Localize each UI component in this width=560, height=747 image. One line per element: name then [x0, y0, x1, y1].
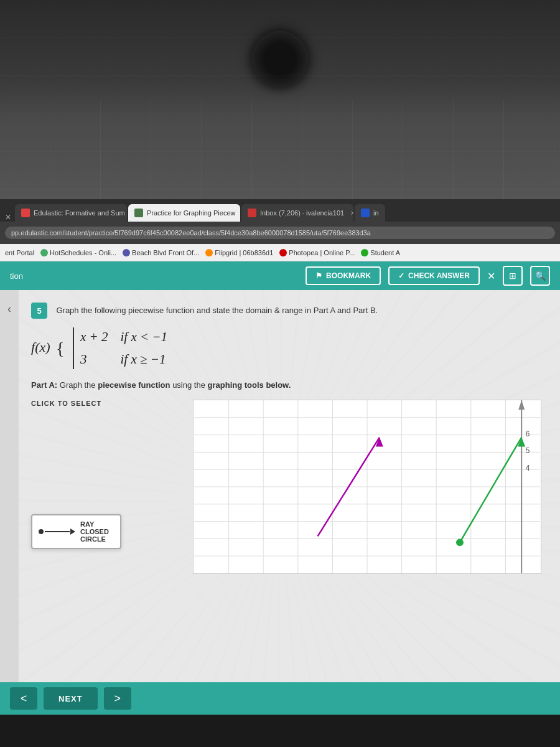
- beach-icon: [123, 249, 130, 256]
- tool-label-line2: CIRCLE: [80, 535, 114, 543]
- bookmark-label: BOOKMARK: [326, 271, 371, 280]
- tab-close-inbox[interactable]: ✕: [350, 210, 353, 217]
- case1-expr: x + 2: [80, 327, 108, 347]
- graph-svg-wrapper[interactable]: 6 5 4: [193, 400, 541, 574]
- prev-arrow-label: <: [21, 692, 27, 705]
- tab-label-edulastic: Edulastic: Formative and Sum: [34, 209, 125, 217]
- math-cases: x + 2 if x < −1 3 if x ≥ −1: [73, 327, 167, 369]
- bookmark-hotschedules[interactable]: HotSchedules - Onli...: [40, 249, 116, 256]
- tab-icon-edulastic: [21, 209, 30, 217]
- tool-selector-box[interactable]: RAY CLOSED CIRCLE: [31, 514, 121, 549]
- ray-line: [45, 531, 70, 532]
- bookmark-photopea[interactable]: Photopea | Online P...: [279, 249, 355, 256]
- bookmark-icon: ⚑: [315, 271, 322, 280]
- tab-icon-practice: [134, 209, 143, 217]
- bookmark-portal[interactable]: ent Portal: [5, 249, 34, 256]
- photo-background: [0, 0, 560, 199]
- y-axis-arrow: [518, 400, 525, 410]
- bookmark-beach-label: Beach Blvd Front Of...: [132, 249, 199, 256]
- next-label: NEXT: [58, 694, 83, 703]
- bookmark-hotschedules-label: HotSchedules - Onli...: [50, 249, 116, 256]
- prev-button[interactable]: <: [10, 687, 37, 710]
- app-toolbar: tion ⚑ BOOKMARK ✓ CHECK ANSWER ✕ ⊞ 🔍: [0, 261, 560, 290]
- case1-cond: if x < −1: [121, 327, 168, 347]
- address-bar: pp.edulastic.com/student/practice/5f769d…: [0, 222, 560, 244]
- check-icon: ✓: [398, 271, 404, 280]
- question-number-badge: 5: [31, 303, 47, 319]
- bookmark-flipgrid-label: Flipgrid | 06b836d1: [215, 249, 273, 256]
- y-label-5: 5: [526, 446, 530, 455]
- next-arrow-label: >: [114, 692, 121, 705]
- tab-icon-google: [361, 209, 370, 217]
- flipgrid-icon: [205, 249, 213, 256]
- tab-practice[interactable]: Practice for Graphing Piecew ✕: [128, 204, 240, 222]
- bottom-navigation: < NEXT >: [0, 682, 560, 715]
- bookmark-student[interactable]: Student A: [361, 249, 400, 256]
- y-label-6: 6: [526, 430, 530, 438]
- tool-label: RAY CLOSED CIRCLE: [80, 520, 114, 543]
- browser-tab-bar: ✕ Edulastic: Formative and Sum ✕ Practic…: [0, 199, 560, 222]
- main-content: ‹ 5 Graph the following piecewise functi…: [0, 290, 560, 715]
- bookmark-portal-label: ent Portal: [5, 249, 34, 256]
- part-a-text: Graph the piecewise function using the g…: [60, 380, 291, 390]
- brace-symbol: {: [56, 339, 64, 358]
- tab-google[interactable]: in: [355, 204, 385, 222]
- check-answer-label: CHECK ANSWER: [408, 271, 470, 280]
- tool-label-line1: RAY CLOSED: [80, 520, 114, 535]
- green-ray: [460, 438, 521, 543]
- bookmarks-bar: ent Portal HotSchedules - Onli... Beach …: [0, 244, 560, 261]
- bookmark-beach[interactable]: Beach Blvd Front Of...: [123, 249, 199, 256]
- bookmark-flipgrid[interactable]: Flipgrid | 06b836d1: [205, 249, 273, 256]
- graph-container: CLICK TO SELECT RAY CLOSED CIRCLE: [31, 400, 541, 574]
- green-closed-circle: [456, 538, 464, 546]
- question-header: 5 Graph the following piecewise function…: [31, 303, 541, 319]
- question-area: 5 Graph the following piecewise function…: [31, 303, 541, 574]
- part-a-label: Part A:: [31, 380, 57, 390]
- bookmark-photopea-label: Photopea | Online P...: [289, 249, 355, 256]
- tab-close-x[interactable]: ✕: [2, 213, 14, 222]
- tab-icon-inbox: [248, 209, 256, 217]
- next-arrow-button[interactable]: >: [104, 687, 131, 710]
- case2-cond: if x ≥ −1: [121, 350, 168, 370]
- graph-svg[interactable]: 6 5 4: [193, 400, 541, 574]
- hotschedules-icon: [40, 249, 48, 256]
- tab-label-inbox: Inbox (7,206) · ivalencia101: [260, 209, 344, 217]
- grid-icon-button[interactable]: ⊞: [503, 266, 523, 286]
- part-a-instruction: Part A: Graph the piecewise function usi…: [31, 380, 541, 390]
- grid-icon: ⊞: [509, 271, 516, 281]
- tab-label-practice: Practice for Graphing Piecew: [147, 209, 235, 217]
- tab-edulastic[interactable]: Edulastic: Formative and Sum ✕: [15, 204, 127, 222]
- ray-dot: [39, 529, 44, 534]
- function-label: f(x): [31, 339, 50, 355]
- y-label-4: 4: [526, 464, 530, 472]
- check-answer-button[interactable]: ✓ CHECK ANSWER: [388, 266, 480, 285]
- photopea-icon: [279, 249, 287, 256]
- bookmark-button[interactable]: ⚑ BOOKMARK: [306, 266, 381, 285]
- ray-tool-icon: [39, 529, 75, 535]
- search-icon-button[interactable]: 🔍: [530, 266, 550, 286]
- back-arrow-button[interactable]: ‹: [0, 290, 19, 715]
- question-text: Graph the following piecewise function a…: [56, 306, 378, 315]
- url-input[interactable]: pp.edulastic.com/student/practice/5f769d…: [5, 227, 555, 239]
- bookmark-student-label: Student A: [370, 249, 400, 256]
- math-formula: f(x) { x + 2 if x < −1 3 if x ≥ −1: [31, 327, 541, 369]
- student-icon: [361, 249, 368, 256]
- nav-label: tion: [10, 271, 23, 281]
- close-button[interactable]: ✕: [487, 270, 495, 282]
- search-icon: 🔍: [535, 271, 546, 281]
- tab-label-google: in: [373, 209, 379, 217]
- tab-inbox[interactable]: Inbox (7,206) · ivalencia101 ✕: [241, 204, 353, 222]
- next-button[interactable]: NEXT: [44, 687, 98, 710]
- case2-expr: 3: [80, 350, 108, 370]
- ray-arrow: [70, 529, 75, 535]
